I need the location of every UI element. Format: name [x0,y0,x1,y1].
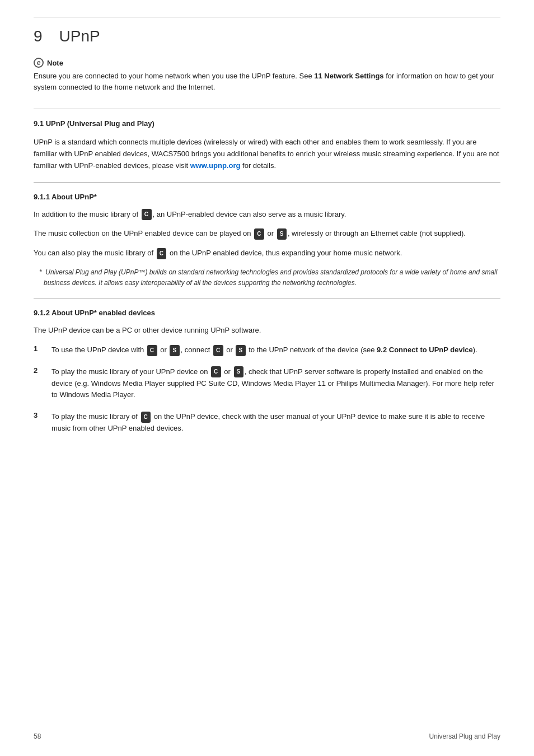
footnote-text: Universal Plug and Play (UPnP™) builds o… [44,268,497,287]
note-box: e Note Ensure you are connected to your … [34,58,500,93]
note-text: Ensure you are connected to your home ne… [34,71,500,93]
section-rule-9-1 [34,109,500,109]
list-item-3: 3 To play the music library of C on the … [34,411,500,435]
chapter-heading: 9 UPnP [34,27,500,45]
note-label: Note [47,59,63,67]
section-9-1-para1-end: for details. [240,161,276,170]
device-icon-s-item1a: S [170,345,179,356]
section-9-1-2-heading: 9.1.2 About UPnP* enabled devices [34,309,500,317]
section-9-1-1-para3: You can also play the music library of C… [34,248,500,259]
list-number-2: 2 [34,366,43,375]
note-text-part1: Ensure you are connected to your home ne… [34,72,314,80]
para3-before: You can also play the music library of [34,249,156,257]
item2-before: To play the music library of your UPnP d… [51,367,210,376]
device-icon-s1: S [277,228,287,240]
section-9-1-2-intro: The UPnP device can be a PC or other dev… [34,325,500,337]
footer-right-text: Universal Plug and Play [429,732,500,740]
chapter-number: 9 [34,27,43,45]
device-icon-c-item1a: C [147,345,157,356]
list-item-2: 2 To play the music library of your UPnP… [34,366,500,401]
item1-mid2: , connect [181,346,212,354]
section-9-1-1-para1: In addition to the music library of C, a… [34,209,500,221]
page-number: 58 [34,732,41,740]
para2-mid: or [265,229,276,237]
para2-before: The music collection on the UPnP enabled… [34,229,253,237]
para3-after: on the UPnP enabled device, thus expandi… [167,249,402,257]
note-bold: 11 Network Settings [314,72,383,80]
note-header: e Note [34,58,500,68]
device-icon-c2: C [254,228,264,240]
note-icon: e [34,58,44,68]
device-icon-c-item3: C [141,412,151,423]
top-rule [34,17,500,17]
page-footer: 58 Universal Plug and Play [34,732,500,740]
device-icon-c-item2: C [211,366,221,377]
item1-bold: 9.2 Connect to UPnP device [377,346,473,354]
section-rule-9-1-1 [34,182,500,183]
section-9-1-para1: UPnP is a standard which connects multip… [34,137,500,171]
device-icon-c1: C [142,209,152,220]
section-9-1-heading: 9.1 UPnP (Universal Plug and Play) [34,119,500,128]
list-item-1: 1 To use the UPnP device with C or S, co… [34,344,500,356]
device-icon-s-item1b: S [236,345,245,356]
numbered-list: 1 To use the UPnP device with C or S, co… [34,344,500,435]
section-rule-9-1-2 [34,298,500,298]
list-content-1: To use the UPnP device with C or S, conn… [51,344,500,356]
list-number-1: 1 [34,344,43,353]
item1-mid3: or [224,346,235,354]
item1-after: to the UPnP network of the device (see [247,346,377,354]
para1-before: In addition to the music library of [34,210,140,218]
section-9-1-1-heading: 9.1.1 About UPnP* [34,193,500,201]
list-content-3: To play the music library of C on the UP… [51,411,500,435]
device-icon-c3: C [157,248,167,259]
footnote: * Universal Plug and Play (UPnP™) builds… [34,267,500,288]
footnote-marker: * [39,268,42,276]
para1-after: , an UPnP-enabled device can also serve … [153,210,346,218]
upnp-org-link[interactable]: www.upnp.org [190,161,241,170]
device-icon-c-item1b: C [213,345,223,356]
chapter-title: UPnP [59,27,100,45]
item2-mid1: or [222,367,233,376]
item1-mid1: or [158,346,169,354]
para2-after: , wirelessly or through an Ethernet cabl… [288,229,466,237]
page: 9 UPnP e Note Ensure you are connected t… [0,0,534,756]
item3-before: To play the music library of [51,412,140,421]
item1-before: To use the UPnP device with [51,346,146,354]
list-number-3: 3 [34,411,43,419]
device-icon-s-item2: S [234,366,243,377]
item1-end: ). [473,346,477,354]
list-content-2: To play the music library of your UPnP d… [51,366,500,401]
section-9-1-1-para2: The music collection on the UPnP enabled… [34,228,500,240]
